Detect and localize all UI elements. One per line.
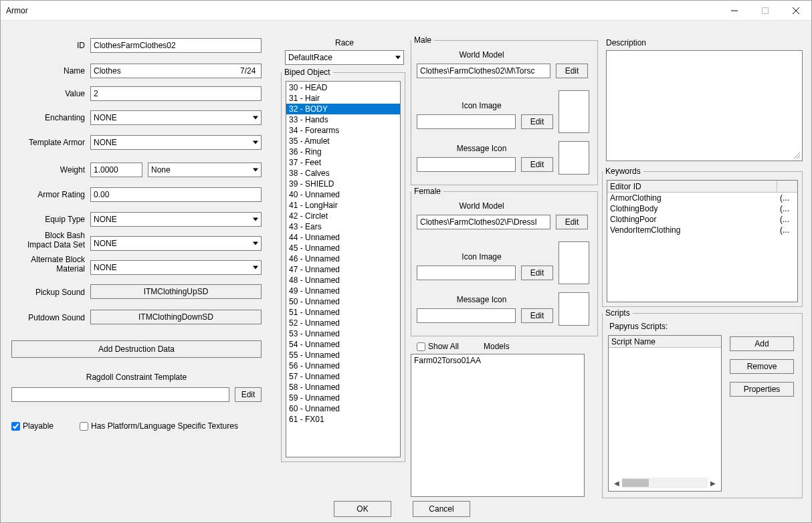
weight-type-combobox[interactable]: None [148,163,262,177]
scripts-listview[interactable]: Script Name ◀ ▶ [608,335,722,492]
biped-item[interactable]: 56 - Unnamed [286,360,400,371]
biped-item[interactable]: 47 - Unnamed [286,264,400,275]
biped-item[interactable]: 45 - Unnamed [286,243,400,253]
value-field[interactable] [90,86,262,101]
biped-item[interactable]: 32 - BODY [286,104,400,114]
biped-item[interactable]: 53 - Unnamed [286,328,400,339]
race-combobox[interactable]: DefaultRace [285,50,404,65]
armor-rating-field[interactable] [90,187,262,202]
pickup-sound-button[interactable]: ITMClothingUpSD [90,284,262,299]
name-field[interactable] [90,64,262,78]
show-all-checkbox[interactable]: Show All [417,342,459,351]
weight-label: Weight [11,165,85,175]
maximize-button[interactable] [750,1,781,21]
biped-item[interactable]: 37 - Feet [286,157,400,168]
female-icon-image-edit-button[interactable]: Edit [521,266,553,280]
biped-item[interactable]: 41 - LongHair [286,200,400,211]
biped-item[interactable]: 40 - Unnamed [286,189,400,200]
biped-item[interactable]: 54 - Unnamed [286,339,400,350]
id-label: ID [11,41,85,50]
scroll-thumb[interactable] [622,479,649,487]
keywords-listview[interactable]: Editor ID ArmorClothing(...ClothingBody(… [607,180,798,302]
biped-item[interactable]: 58 - Unnamed [286,382,400,393]
male-world-model-field[interactable] [417,64,550,78]
minimize-button[interactable] [719,1,750,21]
male-message-icon-preview [559,141,589,175]
biped-item[interactable]: 31 - Hair [286,93,400,104]
models-listbox[interactable]: Farm02Torso01AA [411,354,585,497]
biped-item[interactable]: 43 - Ears [286,221,400,232]
biped-item[interactable]: 51 - Unnamed [286,307,400,318]
male-message-icon-edit-button[interactable]: Edit [521,157,553,172]
template-armor-combobox[interactable]: NONE [90,135,262,150]
show-all-checkbox-input[interactable] [417,342,425,351]
biped-item[interactable]: 50 - Unnamed [286,296,400,307]
scripts-remove-button[interactable]: Remove [730,359,794,374]
enchanting-combobox[interactable]: NONE [90,110,262,125]
keyword-row[interactable]: ClothingPoor(... [607,214,797,225]
model-item[interactable]: Farm02Torso01AA [411,355,584,366]
biped-item[interactable]: 30 - HEAD [286,82,400,93]
scripts-add-button[interactable]: Add [730,336,794,351]
weight-field[interactable] [90,163,142,177]
biped-item[interactable]: 59 - Unnamed [286,393,400,403]
female-icon-image-label: Icon Image [418,252,545,262]
scripts-fieldset: Scripts Papyrus Scripts: Script Name ◀ ▶… [602,308,803,498]
add-destruction-data-button[interactable]: Add Destruction Data [11,340,262,358]
biped-item[interactable]: 61 - FX01 [286,414,400,425]
platform-textures-checkbox-input[interactable] [80,422,88,431]
equip-type-combobox[interactable]: NONE [90,212,262,227]
biped-item[interactable]: 46 - Unnamed [286,253,400,264]
female-icon-image-field[interactable] [417,266,516,280]
biped-item[interactable]: 35 - Amulet [286,136,400,146]
ragdoll-edit-button[interactable]: Edit [235,387,262,402]
male-icon-image-edit-button[interactable]: Edit [521,114,553,129]
female-world-model-edit-button[interactable]: Edit [556,215,588,229]
biped-item[interactable]: 44 - Unnamed [286,232,400,243]
biped-object-listbox[interactable]: 30 - HEAD31 - Hair32 - BODY33 - Hands34 … [286,81,401,457]
biped-item[interactable]: 38 - Calves [286,168,400,179]
ok-button[interactable]: OK [334,501,391,517]
biped-item[interactable]: 39 - SHIELD [286,179,400,189]
biped-item[interactable]: 36 - Ring [286,146,400,157]
keyword-extra: (... [777,193,797,203]
keyword-id: ArmorClothing [607,193,777,203]
keywords-header-editor-id[interactable]: Editor ID [607,181,777,192]
scripts-properties-button[interactable]: Properties [730,382,794,397]
scripts-header-name[interactable]: Script Name [609,336,721,347]
playable-checkbox-input[interactable] [11,422,20,431]
alternate-block-combobox[interactable]: NONE [90,260,262,275]
biped-item[interactable]: 34 - Forearms [286,125,400,136]
male-icon-image-field[interactable] [417,114,516,129]
male-message-icon-field[interactable] [417,157,516,172]
block-bash-combobox[interactable]: NONE [90,236,262,251]
biped-item[interactable]: 33 - Hands [286,114,400,125]
keyword-row[interactable]: VendorItemClothing(... [607,225,797,235]
id-field[interactable] [90,38,262,53]
biped-item[interactable]: 52 - Unnamed [286,318,400,328]
scroll-right-icon[interactable]: ▶ [708,478,718,488]
female-message-icon-field[interactable] [417,308,516,323]
keyword-row[interactable]: ArmorClothing(... [607,193,797,203]
biped-item[interactable]: 55 - Unnamed [286,350,400,360]
female-message-icon-edit-button[interactable]: Edit [521,308,553,323]
biped-item[interactable]: 48 - Unnamed [286,275,400,286]
male-world-model-edit-button[interactable]: Edit [556,64,588,78]
cancel-button[interactable]: Cancel [413,501,470,517]
biped-item[interactable]: 42 - Circlet [286,211,400,221]
keywords-header-extra[interactable] [777,181,797,192]
keyword-row[interactable]: ClothingBody(... [607,203,797,214]
female-world-model-field[interactable] [417,215,550,229]
close-button[interactable] [781,1,811,21]
enchanting-label: Enchanting [11,113,85,122]
description-textarea[interactable] [606,50,803,161]
scroll-left-icon[interactable]: ◀ [611,478,622,488]
putdown-sound-button[interactable]: ITMClothingDownSD [90,310,262,324]
platform-textures-checkbox[interactable]: Has Platform/Language Specific Textures [80,421,238,431]
biped-item[interactable]: 57 - Unnamed [286,371,400,382]
biped-item[interactable]: 60 - Unnamed [286,403,400,414]
scripts-hscrollbar[interactable]: ◀ ▶ [611,478,718,488]
biped-item[interactable]: 49 - Unnamed [286,286,400,296]
playable-checkbox[interactable]: Playable [11,421,54,431]
ragdoll-field[interactable] [11,387,229,402]
